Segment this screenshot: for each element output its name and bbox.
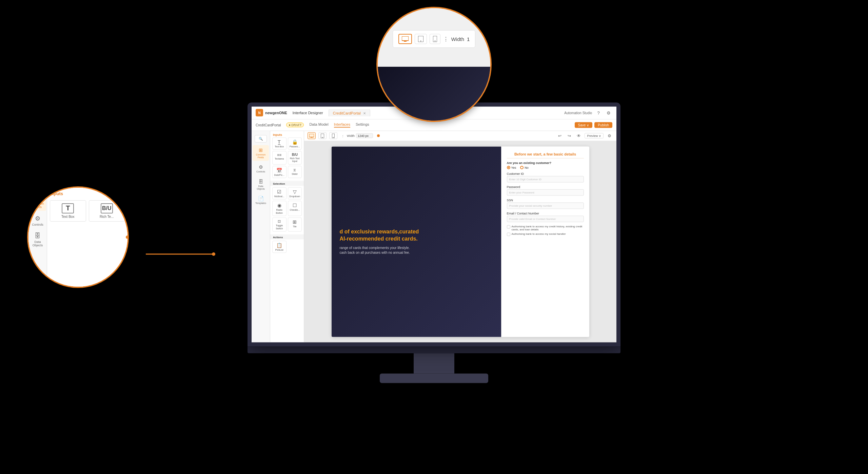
zoom-panel: Inputs T Text Box B/U Rich Te... [47, 188, 127, 287]
radio-group: Yes No [507, 166, 584, 169]
svg-point-5 [420, 41, 421, 42]
picklist-component[interactable]: 📋 PickList [272, 241, 287, 253]
draft-badge: ● DRAFT [286, 123, 304, 127]
ssn-input[interactable]: Provide your social security number [507, 202, 584, 209]
zoom-textbox-icon: T [62, 203, 74, 213]
tab-close[interactable]: ✕ [363, 111, 366, 115]
settings-icon[interactable]: ⚙ [605, 109, 612, 117]
zoom-panel-title: Inputs [50, 191, 125, 196]
radio-yes[interactable]: Yes [507, 166, 516, 169]
radio-label: Radio Button [273, 209, 285, 214]
consent-2-checkbox[interactable] [507, 232, 510, 236]
width-value[interactable]: 1240 px [356, 133, 373, 138]
consent-1: Authorising bank to access my credit his… [507, 225, 584, 231]
customer-id-label: Customer ID [507, 172, 584, 175]
canvas-dots-menu[interactable]: ⋮ [341, 134, 344, 137]
nav-tab-interfaces[interactable]: Interfaces [334, 122, 350, 128]
consent-1-text: Authorising bank to access my credit his… [512, 225, 584, 231]
multivalue-component[interactable]: ☑ Multival... [272, 187, 287, 200]
password-icon: 🔒 [292, 139, 298, 144]
canvas-desktop-btn[interactable] [308, 132, 316, 139]
form-headline: d of exclusive rewards,curated AI-recomm… [340, 228, 493, 242]
zoom-richtext-item[interactable]: B/U Rich Te... [89, 200, 125, 222]
zoom-tablet-icon[interactable] [415, 34, 427, 44]
checkbox-component[interactable]: ☐ Checkb... [288, 201, 302, 216]
main-content: 🔍 ⊞ Common Fields ⚙ Controls 🗄 Data Obje… [252, 131, 616, 342]
headline-text-2: credit cards. [386, 235, 418, 241]
zoom-width-value: 1 [467, 36, 470, 42]
zoom-desktop-icon[interactable] [398, 34, 412, 44]
automation-link[interactable]: Automation Studio [564, 111, 592, 115]
radio-no[interactable]: No [520, 166, 529, 169]
monitor-screen: N newgenONE Interface Designer CreditCar… [248, 102, 620, 346]
breadcrumb: CreditCardPortal [256, 123, 281, 127]
customer-question: Are you an existing customer? [507, 161, 584, 164]
header-title: Interface Designer [293, 111, 323, 115]
textarea-component[interactable]: ≡≡ Textarea [272, 151, 287, 164]
active-tab[interactable]: CreditCardPortal ✕ [329, 109, 370, 116]
tile-component[interactable]: ⊞ Tile [288, 218, 302, 232]
richtext-component[interactable]: B/U Rich Text Input [288, 151, 302, 164]
nav-tab-settings[interactable]: Settings [356, 122, 369, 128]
zoom-sidebar-common[interactable]: ⊞ Common Fields [29, 192, 46, 211]
zoom-sidebar-controls[interactable]: ⚙ Controls [29, 213, 46, 228]
consent-1-checkbox[interactable] [507, 225, 510, 228]
sidebar-item-objects[interactable]: 🗄 Data Objects [253, 177, 269, 192]
sidebar-item-templates[interactable]: 📄 Templates [253, 194, 269, 207]
password-input[interactable]: Enter your Password [507, 189, 584, 195]
svg-point-10 [322, 137, 323, 138]
sidebar-search[interactable]: 🔍 [255, 135, 267, 142]
undo-btn[interactable]: ↩ [556, 132, 564, 139]
toggle-component[interactable]: ⊡ Toggle Switch [272, 218, 287, 232]
canvas-tablet-btn[interactable] [318, 132, 327, 139]
richtext-icon: B/U [292, 152, 298, 156]
actions-grid: 📋 PickList [270, 241, 304, 256]
canvas-marker-dot [377, 135, 380, 137]
monitor-container: N newgenONE Interface Designer CreditCar… [248, 102, 620, 383]
zoom-mobile-icon[interactable] [430, 34, 440, 44]
dropdown-label: Dropdown [289, 195, 300, 198]
publish-button[interactable]: Publish [594, 122, 612, 128]
redo-btn[interactable]: ↪ [566, 132, 573, 139]
picklist-label: PickList [275, 249, 283, 251]
email-input[interactable]: Provide valid Email or Contact Number [507, 215, 584, 222]
gear-btn[interactable]: ⚙ [606, 132, 613, 139]
datepicker-component[interactable]: 📅 DatePic... [272, 166, 287, 178]
radio-icon: ◉ [277, 203, 281, 208]
svg-point-2 [212, 252, 215, 256]
sidebar-item-common-fields[interactable]: ⊞ Common Fields [253, 145, 269, 161]
preview-button[interactable]: Preview ∨ [585, 133, 604, 139]
zoom-common-icon: ⊞ [35, 194, 40, 201]
canvas-mobile-btn[interactable] [329, 132, 337, 139]
dropdown-icon: ▽ [293, 189, 297, 194]
left-sidebar: 🔍 ⊞ Common Fields ⚙ Controls 🗄 Data Obje… [252, 131, 270, 342]
tab-area: CreditCardPortal ✕ [329, 109, 370, 116]
zoom-controls-label: Controls [32, 223, 43, 226]
radio-component[interactable]: ◉ Radio Button [272, 201, 287, 216]
ssn-label: SSN [507, 198, 584, 202]
password-component[interactable]: 🔒 Passwo... [288, 137, 302, 149]
selection-section-title: Selection [270, 181, 304, 186]
ssn-group: SSN Provide your social security number [507, 198, 584, 209]
zoom-textbox-item[interactable]: T Text Box [50, 200, 86, 222]
nav-tab-datamodel[interactable]: Data Model [309, 122, 328, 128]
customer-id-input[interactable]: Enter 10 Digit Customer ID [507, 176, 584, 182]
canvas-viewport[interactable]: d of exclusive rewards,curated AI-recomm… [304, 141, 616, 342]
save-button[interactable]: Save ∨ [575, 122, 593, 128]
eye-btn[interactable]: 👁 [575, 132, 583, 139]
selection-grid: ☑ Multival... ▽ Dropdown ◉ Radio Button [270, 187, 304, 234]
help-icon[interactable]: ? [595, 109, 602, 117]
form-subtext: range of cards that complements your lif… [340, 246, 493, 255]
zoom-textbox-label: Text Box [61, 215, 74, 219]
textbox-component[interactable]: T̲ Text Box [272, 137, 287, 149]
zoom-objects-icon: 🗄 [35, 232, 41, 240]
slider-component[interactable]: ⧖ Slider [288, 166, 302, 178]
consent-2-text: Authorising bank to access my social han… [512, 232, 566, 235]
form-title: Before we start, a few basic details [507, 152, 584, 158]
sidebar-item-controls[interactable]: ⚙ Controls [253, 162, 269, 175]
multivalue-label: Multival... [274, 195, 284, 198]
multivalue-icon: ☑ [277, 189, 281, 194]
zoom-objects-label: Data Objects [31, 240, 44, 247]
zoom-sidebar-objects[interactable]: 🗄 Data Objects [29, 230, 46, 249]
dropdown-component[interactable]: ▽ Dropdown [288, 187, 302, 200]
